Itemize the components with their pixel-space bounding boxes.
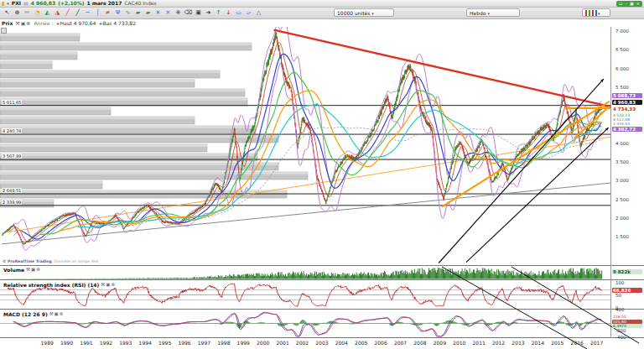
price-panel-label: Prix — [2, 20, 13, 26]
x-axis-year-label: 2017 — [590, 340, 603, 346]
x-axis-year-label: 1992 — [100, 340, 112, 346]
close-icon[interactable]: ⊗ — [60, 311, 64, 316]
price-pane — [0, 22, 610, 250]
x-axis-year-label: 1996 — [178, 340, 190, 346]
x-axis-year-label: 1993 — [119, 340, 132, 346]
price-axis-tick: 3 500 — [615, 159, 629, 164]
x-axis-year-label: 2003 — [315, 340, 328, 346]
macd-label-chip: 105,80 — [612, 320, 642, 324]
price-axis-tick: 5 500 — [615, 85, 629, 90]
x-axis-year-label: 1989 — [41, 340, 54, 346]
price-label-chip: 4 960,83 — [612, 100, 642, 105]
level-label: 5 011,65 — [2, 100, 22, 105]
x-axis-year-label: 2011 — [473, 340, 486, 346]
price-axis-tick: 4 000 — [615, 141, 629, 146]
price-label-chip: 4 494,84 — [612, 122, 642, 126]
settings-icon[interactable]: ⚒ — [15, 20, 19, 26]
watermark: © ProRealTime Trading Données en temps r… — [3, 259, 98, 263]
trading-platform-window: ▮ ▾ PXI ▤ 4 960,83 (+2,10%) 1 mars 2017 … — [0, 0, 644, 349]
x-axis-year-label: 2000 — [257, 340, 269, 346]
x-axis-year-label: 2013 — [512, 340, 524, 346]
volume-pane — [2, 268, 602, 279]
price-axis-tick: 3 000 — [615, 178, 629, 183]
level-label: 2 649,51 — [2, 188, 22, 193]
x-axis-year-label: 2005 — [355, 340, 367, 346]
price-label-chip: 5 088,73 — [612, 93, 642, 98]
close-icon[interactable]: ⊗ — [111, 282, 115, 287]
x-axis-year-label: 2015 — [551, 340, 564, 346]
rsi-panel-icons: ⚒▣⊗ — [101, 281, 116, 288]
macd-axis-tick: -400 — [615, 335, 626, 340]
x-axis-year-label: 2004 — [335, 340, 348, 346]
x-axis-year-label: 1999 — [237, 340, 250, 346]
x-axis-year-label: 1990 — [60, 340, 73, 346]
x-axis-year-label: 2014 — [532, 340, 544, 346]
major-descending-resistance[interactable] — [274, 30, 610, 107]
popout-icon[interactable]: ▣ — [31, 267, 35, 272]
price-label-chip: 4 734,33 — [612, 107, 642, 112]
x-axis-year-label: 2016 — [571, 340, 584, 346]
volume-profile-layer — [0, 34, 308, 207]
macd-pane — [0, 312, 610, 336]
overlay-trendline[interactable] — [442, 267, 587, 349]
settings-icon[interactable]: ⚒ — [101, 282, 105, 287]
macd-label-chip: 226,55 — [612, 315, 642, 319]
close-icon[interactable]: ⊗ — [36, 267, 40, 272]
year-high: +Haut 4 970,64 — [55, 20, 96, 26]
macd-axis-tick: 400 — [615, 307, 625, 312]
x-axis-year-label: 2009 — [434, 340, 446, 346]
price-axis-tick: 1 500 — [615, 234, 629, 239]
x-axis-year-label: 2008 — [413, 340, 426, 346]
price-axis-tick: 2 000 — [615, 216, 629, 221]
x-axis-year-label: 1991 — [80, 340, 92, 346]
rsi-axis-tick: 100 — [615, 280, 625, 285]
price-axis-tick: 6 500 — [615, 47, 629, 52]
volume-last-chip: 9 822k — [612, 269, 642, 274]
macd-label-chip: 6,3970 — [612, 324, 642, 328]
x-axis-year-label: 2012 — [492, 340, 505, 346]
volume-panel-icons: ⚒▣⊗ — [26, 266, 41, 273]
level-label: 2 339,99 — [2, 200, 22, 205]
macd-panel-header: MACD (12 26 9) ⚒▣⊗ — [2, 310, 65, 317]
price-axis-tick: 2 500 — [615, 197, 629, 202]
macd-panel-label: MACD (12 26 9) — [3, 311, 48, 317]
rsi-panel-label: Relative strength index (RSI) (14) — [3, 282, 99, 288]
rsi-last-chip: 66,826 — [612, 288, 642, 293]
rsi-panel-header: Relative strength index (RSI) (14) ⚒▣⊗ — [2, 281, 117, 288]
level-label: 3 567,89 — [2, 154, 22, 159]
level-label: 4 240,74 — [2, 128, 22, 133]
popout-icon[interactable]: ▣ — [21, 20, 26, 26]
x-axis-year-label: 2006 — [374, 340, 387, 346]
x-axis-year-label: 1998 — [217, 340, 230, 346]
x-axis-year-label: 2001 — [276, 340, 288, 346]
close-icon[interactable]: ⊗ — [26, 20, 30, 26]
macd-panel-icons: ⚒▣⊗ — [49, 310, 65, 317]
settings-icon[interactable]: ⚒ — [49, 311, 54, 316]
volume-panel-label: Volume — [3, 267, 24, 273]
price-axis-tick: 7 000 — [615, 29, 629, 34]
settings-icon[interactable]: ⚒ — [26, 267, 30, 272]
x-axis-year-label: 2007 — [394, 340, 407, 346]
volume-panel-header: Volume ⚒▣⊗ — [2, 266, 43, 273]
x-axis-year-label: 2010 — [453, 340, 465, 346]
x-axis-year-label: 1997 — [198, 340, 210, 346]
price-panel-header: Prix ⚒▣⊗ Année : +Haut 4 970,64 +Bas 4 7… — [0, 19, 644, 27]
year-stats-prefix: Année : — [34, 20, 53, 26]
x-axis-year-label: 2002 — [296, 340, 309, 346]
macd-axis-tick: -200 — [615, 328, 626, 333]
year-low: +Bas 4 733,82 — [98, 20, 136, 26]
price-panel-icons: ⚒▣⊗ — [15, 20, 31, 26]
rsi-axis-tick: 50 — [615, 293, 621, 298]
x-axis-year-label: 1995 — [158, 340, 171, 346]
x-axis-year-label: 1994 — [139, 340, 152, 346]
price-chart-canvas[interactable] — [0, 0, 644, 349]
popout-icon[interactable]: ▣ — [55, 311, 59, 316]
popout-icon[interactable]: ▣ — [106, 282, 110, 287]
price-label-chip: 4 382,72 — [612, 127, 642, 132]
price-axis-tick: 6 000 — [615, 66, 629, 71]
steep-black-1[interactable] — [439, 79, 604, 263]
panel-collapse-handle[interactable] — [1, 28, 7, 34]
